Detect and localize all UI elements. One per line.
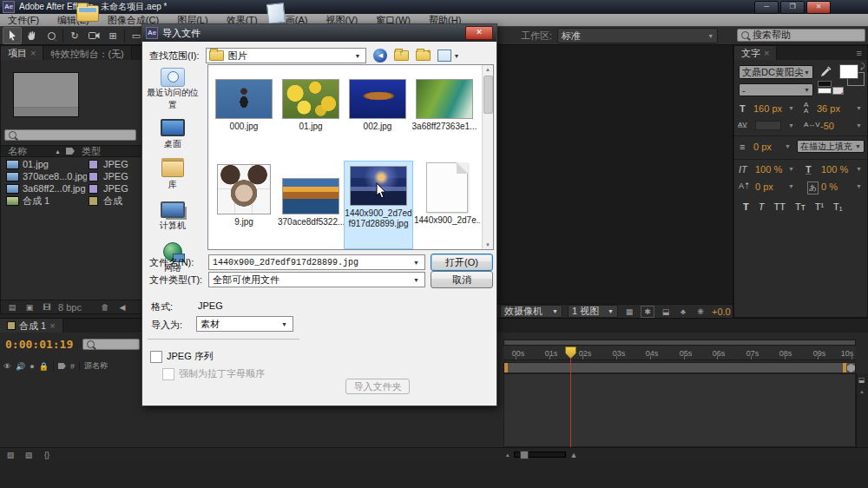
superscript-button[interactable]: T¹ [815,201,824,212]
graph-editor-icon[interactable]: {} [41,450,53,460]
project-row[interactable]: 3a68ff2...0f.jpg JPEG [1,182,143,195]
baseline-shift-value[interactable]: 0 px [755,181,773,192]
scroll-up-icon[interactable]: ▲ [485,67,490,72]
exposure-value[interactable]: +0.0 [712,307,731,317]
no-stroke-swatch[interactable] [832,87,844,95]
timeline-search-input[interactable] [82,339,140,350]
font-family-select[interactable]: 文鼎DC黄阳尖 ▼ [739,65,813,79]
timeline-right-scrollbar[interactable]: ⬓ ▲ [856,373,868,447]
hash-icon[interactable]: # [70,362,75,371]
tracking-value[interactable]: -50 [820,121,834,131]
menu-file[interactable]: 文件(F) [0,14,47,26]
tab-composition-timeline[interactable]: 合成 1 × [0,319,63,333]
sidebar-item-computer[interactable]: 计算机 [144,201,201,232]
label-color-icon[interactable] [66,148,75,155]
source-name-column[interactable]: 源名称 [84,360,108,372]
filename-input[interactable]: 1440x900_2d7edf917d28899.jpg ▼ [208,254,425,270]
camera-tool-icon[interactable] [85,28,102,43]
scrollbar-thumb[interactable] [483,76,493,114]
look-in-select[interactable]: 图片 ▼ [206,48,366,63]
jpeg-sequence-checkbox[interactable] [150,351,162,363]
font-size-value[interactable]: 160 px [753,103,782,114]
file-item[interactable]: 002.jpg [345,79,411,131]
audio-icon[interactable]: 🔊 [16,362,25,371]
label-swatch[interactable] [89,172,98,181]
project-row[interactable]: 370ace8...0.jpg JPEG [1,170,143,182]
sidebar-item-desktop[interactable]: 桌面 [144,119,201,150]
grid-options-icon[interactable]: ▦ [623,307,635,317]
zoom-in-icon[interactable]: ▲ [570,451,578,459]
close-icon[interactable]: × [30,48,36,58]
chevron-down-icon[interactable]: ▼ [856,105,862,111]
chevron-down-icon[interactable]: ▼ [856,183,862,189]
tab-effect-controls[interactable]: 特效控制台：(无) [43,46,131,60]
panel-menu-icon[interactable]: ≡ [852,46,867,60]
scroll-down-icon[interactable]: ▼ [485,242,490,247]
zoom-slider[interactable] [514,452,566,458]
swap-colors-icon[interactable]: ⤸ [860,62,865,71]
project-row[interactable]: 01.jpg JPEG [1,158,143,170]
new-folder-button[interactable]: ✦ [416,50,431,61]
stroke-width-value[interactable]: 0 px [753,142,772,152]
label-swatch[interactable] [89,184,98,194]
new-composition-icon[interactable]: 🎞 [41,302,53,313]
file-item[interactable]: 3a68ff27363e1... [411,79,477,131]
zoom-out-icon[interactable]: ▴ [506,452,510,458]
stroke-mode-select[interactable]: 在描边上填充 ▼ [797,140,865,153]
eyedropper-icon[interactable] [820,65,832,77]
label-swatch[interactable] [89,196,98,206]
chevron-down-icon[interactable]: ▼ [785,143,791,149]
view-layout-select[interactable]: 1 视图 ▼ [568,305,618,318]
bit-depth-label[interactable]: 8 bpc [58,302,82,313]
tab-character[interactable]: 文字 × [734,46,777,60]
jpeg-sequence-option[interactable]: JPEG 序列 [150,350,214,363]
chevron-down-icon[interactable]: ▼ [856,166,862,172]
small-stroke-swatch[interactable] [818,88,832,94]
back-button[interactable]: ◀ [373,49,387,63]
frame-blend-icon[interactable]: ▨ [23,450,35,460]
file-item-selected[interactable]: 1440x900_2d7edf917d28899.jpg [344,161,413,249]
hand-tool-icon[interactable] [23,28,41,43]
flowchart-icon[interactable]: ♣ [677,307,689,317]
filetype-select[interactable]: 全部可使用文件 ▼ [208,272,425,287]
up-one-level-button[interactable]: ↑ [394,50,409,61]
small-caps-button[interactable]: Tᴛ [795,201,806,212]
close-button[interactable]: ✕ [806,1,831,14]
current-timecode[interactable]: 0:00:01:19 [5,338,73,351]
all-caps-button[interactable]: TT [773,201,785,212]
cancel-button[interactable]: 取消 [431,271,493,288]
camera-view-select[interactable]: 效摄像机 ▼ [500,305,562,318]
camera-icon[interactable]: ⬓ [660,307,672,317]
chevron-down-icon[interactable]: ▼ [788,166,794,172]
column-type[interactable]: 类型 [82,145,101,158]
scroll-up-icon[interactable]: ▲ [859,389,865,394]
vertical-scale-value[interactable]: 100 % [755,164,782,175]
file-item[interactable]: 000.jpg [211,79,277,131]
import-as-select[interactable]: 素材 ▼ [196,316,293,332]
maximize-button[interactable]: ❐ [780,1,805,14]
label-swatch[interactable] [89,160,98,169]
file-item[interactable]: 1440x900_2d7e... [414,162,480,225]
trash-icon[interactable]: 🗑 [99,302,111,313]
kerning-value[interactable] [755,121,781,130]
close-icon[interactable]: × [764,48,769,58]
close-icon[interactable]: × [49,320,55,331]
expand-layer-switches-icon[interactable]: ▧ [4,450,16,460]
solo-icon[interactable]: ● [30,362,34,371]
camera-marker-icon[interactable]: ⬓ [858,376,865,384]
pan-behind-tool-icon[interactable]: ⊞ [104,28,122,43]
project-search-input[interactable] [4,129,136,141]
file-list-scrollbar[interactable]: ▲ ▼ [482,65,493,249]
help-search-input[interactable]: 搜索帮助 [737,29,865,42]
time-navigator[interactable] [503,340,856,346]
faux-bold-button[interactable]: T [743,201,749,212]
track-area[interactable] [503,373,856,447]
interpret-footage-icon[interactable]: ▤ [6,302,18,313]
workspace-select[interactable]: 标准 ▼ [557,28,718,43]
minimize-button[interactable]: ─ [754,1,779,14]
views-menu-button[interactable]: ▼ [437,49,459,62]
region-of-interest-icon[interactable]: ✱ [641,306,654,318]
horizontal-scale-value[interactable]: 100 % [821,164,848,175]
exposure-icon[interactable]: ❋ [694,307,707,317]
comp-marker-icon[interactable] [847,364,855,373]
